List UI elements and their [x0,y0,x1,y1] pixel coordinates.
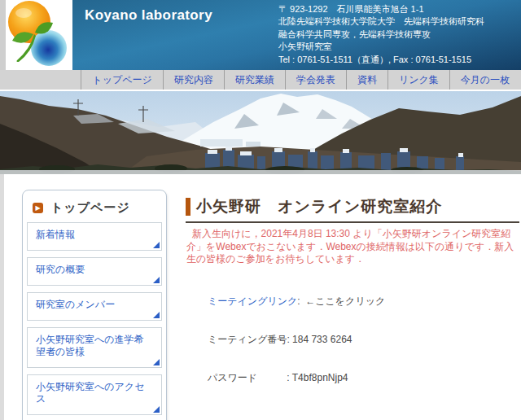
sidebar-item-label: 新着情報 [36,229,75,240]
corner-triangle-icon [153,312,160,318]
sidebar-item-label: 研究室のメンバー [36,299,115,310]
nav-item-presentations[interactable]: 学会発表 [285,70,346,90]
sidebar-title: トップページ [50,200,130,216]
lab-address: 〒 923-1292 石川県能美市旭台 1-1 北陸先端科学技術大学院大学 先端… [278,3,484,66]
sidebar-menu: ▶ トップページ 新着情報 研究の概要 研究室のメンバー 小矢野研究室への進学希… [22,190,167,420]
address-line-tel-fax: Tel : 0761-51-1511（直通）, Fax : 0761-51-15… [278,54,484,66]
page: Koyano laboratory 〒 923-1292 石川県能美市旭台 1-… [0,0,521,420]
main-nav: トップページ 研究内容 研究業績 学会発表 資料 リンク集 今月の一枚 [0,70,521,90]
meeting-number: ミーティング番号: 184 733 6264 [208,334,519,347]
nav-item-materials[interactable]: 資料 [346,70,387,90]
sidebar-item-label: 小矢野研究室へのアクセス [36,381,144,405]
nav-item-research[interactable]: 研究内容 [163,70,224,90]
nav-item-publications[interactable]: 研究業績 [224,70,285,90]
site-header: Koyano laboratory 〒 923-1292 石川県能美市旭台 1-… [0,0,521,70]
corner-triangle-icon [153,359,160,365]
nav-item-links[interactable]: リンク集 [387,70,449,90]
meeting-info: ミーテイングリンク: ←ここをクリック ミーティング番号: 184 733 62… [208,270,519,410]
address-line: 小矢野研究室 [278,41,484,53]
sidebar-item-members[interactable]: 研究室のメンバー [27,292,162,321]
address-line: 北陸先端科学技術大学院大学 先端科学技術研究科 [278,15,484,28]
lab-logo-icon [6,0,72,70]
meeting-password: パスワード : T4bf8pnNjp4 [208,372,519,385]
sidebar-item-research-overview[interactable]: 研究の概要 [27,257,162,286]
meeting-link-hint: : ←ここをクリック [297,295,385,307]
corner-triangle-icon [153,242,160,248]
header-band: Koyano laboratory 〒 923-1292 石川県能美市旭台 1-… [72,0,521,70]
page-title-block: 小矢野研 オンライン研究室紹介 [186,196,519,223]
sidebar-header: ▶ トップページ [33,200,162,216]
window-edge [0,174,4,420]
nav-item-photo-of-month[interactable]: 今月の一枚 [449,70,520,90]
address-line: 〒 923-1292 石川県能美市旭台 1-1 [278,3,484,15]
heading-accent-bar [186,198,190,216]
sidebar-item-label: 研究の概要 [36,264,85,275]
site-title: Koyano laboratory [85,7,212,24]
campus-banner-photo [0,91,521,174]
play-bullet-icon: ▶ [33,203,43,213]
sidebar-item-label: 小矢野研究室への進学希望者の皆様 [36,334,144,357]
corner-triangle-icon [153,406,160,413]
main-content: 小矢野研 オンライン研究室紹介 新入生向けに，2021年4月8日 13:30 よ… [186,196,519,420]
announcement-text: 新入生向けに，2021年4月8日 13:30 より「小矢野研オンライン研究室紹介… [186,228,519,266]
lab-logo [6,0,72,70]
corner-triangle-icon [153,277,160,283]
meeting-link-line: ミーテイングリンク: ←ここをクリック [208,295,519,308]
address-line: 融合科学共同専攻，先端科学技術専攻 [278,28,484,41]
sidebar-item-access[interactable]: 小矢野研究室へのアクセス [27,374,162,415]
meeting-link[interactable]: ミーテイングリンク [208,295,297,307]
nav-item-top-page[interactable]: トップページ [81,70,162,90]
sidebar-item-news[interactable]: 新着情報 [27,222,162,251]
sidebar-item-prospective-students[interactable]: 小矢野研究室への進学希望者の皆様 [27,327,162,368]
page-title: 小矢野研 オンライン研究室紹介 [196,196,442,217]
